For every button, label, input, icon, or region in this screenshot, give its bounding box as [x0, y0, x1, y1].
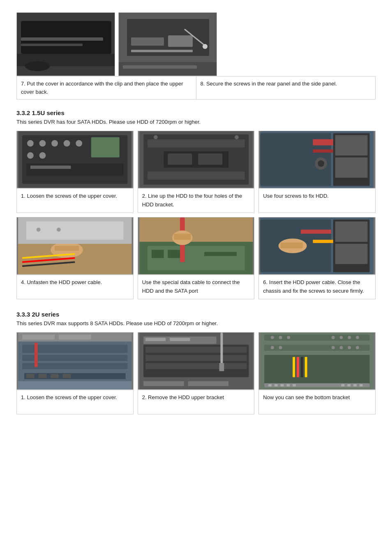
top-caption-1: 7. Put the cover in accordance with the …: [17, 76, 196, 99]
svg-point-12: [203, 44, 208, 49]
img-333-3: [258, 332, 376, 390]
svg-rect-77: [22, 355, 127, 361]
svg-rect-121: [301, 357, 303, 377]
svg-rect-32: [148, 139, 245, 148]
caption-332-4: 4. Unfasten the HDD power cable.: [16, 275, 134, 299]
svg-rect-41: [313, 139, 333, 146]
svg-point-20: [64, 140, 70, 147]
top-image-pair: [16, 12, 376, 76]
svg-rect-61: [174, 234, 191, 240]
svg-rect-93: [145, 363, 247, 369]
svg-rect-39: [335, 157, 368, 178]
svg-point-55: [57, 228, 61, 232]
caption-332-6: 6. Insert the HDD power cable. Close the…: [258, 275, 376, 299]
svg-point-113: [279, 346, 282, 349]
svg-rect-24: [91, 137, 120, 157]
img-332-2: [138, 131, 255, 188]
svg-rect-127: [287, 384, 290, 386]
caption-332-1: 1. Loosen the screws of the upper cover.: [16, 188, 134, 213]
svg-rect-84: [63, 374, 71, 378]
svg-rect-3: [21, 37, 103, 41]
svg-rect-82: [39, 374, 47, 378]
svg-rect-38: [335, 135, 368, 155]
caption-332-5: Use the special data cable to connect th…: [138, 275, 255, 299]
section-333-heading: 3.3.3 2U series: [16, 311, 376, 318]
top-captions: 7. Put the cover in accordance with the …: [16, 76, 376, 99]
svg-rect-42: [313, 149, 333, 153]
svg-point-117: [356, 346, 359, 349]
svg-rect-124: [268, 384, 272, 386]
svg-point-108: [340, 336, 343, 339]
svg-point-114: [332, 346, 335, 349]
svg-rect-125: [274, 384, 278, 386]
svg-rect-4: [21, 44, 83, 46]
cell-333-1: 1. Loosen the screws of the upper cover.: [16, 332, 134, 414]
svg-rect-70: [301, 230, 331, 234]
img-332-6: [258, 217, 376, 275]
svg-rect-91: [145, 347, 247, 353]
svg-point-33: [153, 135, 157, 139]
svg-point-116: [348, 346, 351, 349]
svg-point-44: [318, 160, 325, 167]
top-image-2: [118, 12, 217, 76]
svg-rect-64: [204, 252, 237, 256]
svg-point-105: [279, 336, 282, 339]
svg-rect-119: [293, 357, 295, 377]
svg-rect-98: [170, 338, 190, 341]
cell-332-2: 2. Line up the HDD to the four holes of …: [138, 131, 255, 213]
svg-rect-10: [131, 50, 193, 52]
section-332-desc: This series DVR has four SATA HDDs. Plea…: [16, 119, 376, 125]
svg-rect-99: [143, 381, 184, 386]
top-image-1: [16, 12, 115, 76]
svg-rect-83: [51, 374, 59, 378]
svg-point-109: [348, 336, 351, 339]
img-332-5: [138, 217, 255, 275]
section-332-row2-images: 4. Unfasten the HDD power cable.: [16, 217, 376, 299]
svg-rect-126: [281, 384, 284, 386]
svg-rect-9: [168, 35, 193, 47]
svg-point-107: [332, 336, 335, 339]
svg-point-23: [39, 152, 46, 159]
svg-rect-76: [22, 345, 127, 353]
svg-rect-100: [188, 381, 228, 386]
cell-332-3: Use four screws to fix HDD.: [258, 131, 376, 213]
svg-rect-78: [22, 363, 127, 369]
svg-rect-30: [168, 153, 192, 165]
svg-rect-132: [360, 384, 363, 386]
svg-rect-128: [293, 384, 296, 386]
cell-333-3: Now you can see the bottom bracket: [258, 332, 376, 414]
img-332-3: [258, 131, 376, 188]
svg-rect-14: [123, 65, 197, 69]
caption-332-3: Use four screws to fix HDD.: [258, 188, 376, 213]
svg-rect-68: [335, 244, 368, 264]
svg-point-5: [25, 61, 50, 71]
svg-rect-62: [152, 250, 164, 258]
svg-rect-97: [145, 338, 166, 341]
svg-point-106: [287, 336, 291, 339]
svg-point-21: [76, 140, 82, 147]
svg-point-22: [27, 152, 34, 159]
svg-point-18: [39, 140, 46, 147]
img-333-1: [16, 332, 134, 390]
svg-point-112: [271, 346, 274, 349]
caption-333-2: 2. Remove the HDD upper bracket: [138, 390, 255, 414]
svg-rect-31: [198, 153, 222, 165]
svg-rect-87: [59, 335, 91, 340]
svg-rect-130: [348, 384, 351, 386]
section-333-row1-images: 1. Loosen the screws of the upper cover.: [16, 332, 376, 414]
svg-point-110: [356, 336, 359, 339]
svg-rect-35: [148, 172, 245, 180]
cell-333-2: 2. Remove the HDD upper bracket: [138, 332, 255, 414]
svg-rect-73: [281, 243, 303, 248]
svg-rect-120: [297, 357, 299, 377]
svg-rect-86: [22, 335, 55, 340]
img-332-1: [16, 131, 134, 188]
svg-rect-26: [30, 166, 71, 169]
svg-rect-81: [26, 374, 35, 378]
svg-point-19: [51, 140, 58, 147]
svg-rect-63: [168, 250, 180, 258]
svg-rect-8: [131, 37, 164, 46]
svg-rect-25: [26, 164, 124, 176]
img-332-4: [16, 217, 134, 275]
svg-rect-131: [353, 384, 357, 386]
